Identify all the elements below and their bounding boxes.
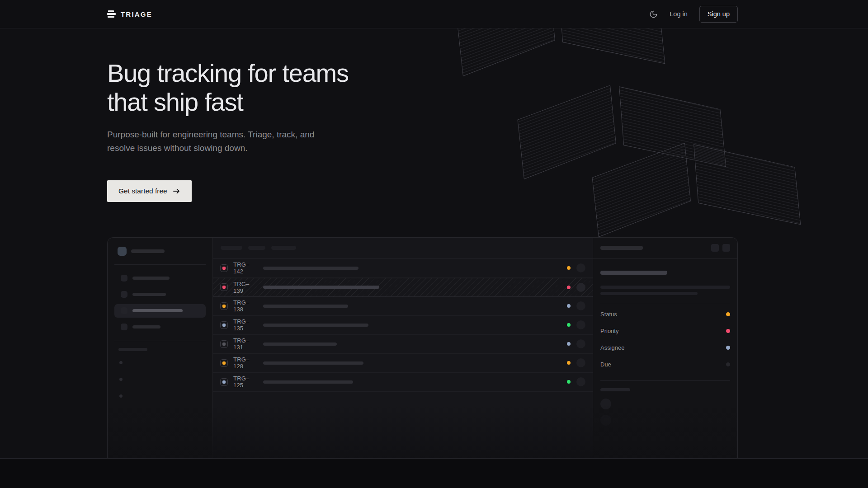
comment-avatar: [600, 399, 611, 409]
signup-button[interactable]: Sign up: [699, 6, 738, 23]
issue-id: TRG–142: [233, 261, 258, 275]
mockup-sidebar: [108, 238, 213, 458]
panel-title-skeleton: [600, 246, 643, 250]
workspace-name-skeleton: [131, 249, 165, 253]
status-dot: [567, 380, 571, 384]
issue-type-icon: [220, 321, 228, 329]
issue-title-skeleton: [263, 324, 368, 327]
issue-type-icon: [220, 378, 228, 386]
status-dot: [567, 323, 571, 327]
theme-toggle-button[interactable]: [649, 10, 658, 19]
assignee-avatar: [576, 377, 585, 386]
divider: [600, 303, 730, 303]
mockup-detail-panel: Status Priority Assignee Due: [593, 238, 737, 458]
triage-logo-icon: [107, 10, 116, 18]
sidebar-section-label-skeleton: [118, 348, 147, 351]
assignee-avatar: [576, 283, 585, 292]
status-dot: [567, 342, 571, 346]
hero-section: Bug tracking for teamsthat ship fast Pur…: [0, 28, 868, 458]
arrow-right-icon: [173, 188, 180, 195]
sidebar-item-active[interactable]: [114, 304, 206, 318]
issue-row[interactable]: TRG–128: [213, 354, 593, 373]
page-footer: [0, 458, 868, 488]
issue-title-skeleton: [263, 343, 337, 346]
detail-panel-header: [593, 238, 737, 259]
issue-row[interactable]: TRG–142: [213, 259, 593, 278]
issue-row[interactable]: TRG–135: [213, 316, 593, 335]
issue-title-skeleton: [263, 361, 363, 365]
issue-id: TRG–135: [233, 318, 258, 332]
issue-id: TRG–131: [233, 337, 258, 351]
description-skeleton: [600, 286, 730, 289]
workspace-switcher[interactable]: [114, 245, 206, 258]
comment-avatar: [600, 415, 611, 426]
detail-field-assignee[interactable]: Assignee: [600, 339, 730, 356]
status-dot: [567, 266, 571, 270]
issue-list-header: [213, 238, 593, 259]
issue-type-icon: [220, 302, 228, 310]
activity-label-skeleton: [600, 388, 630, 391]
hero-subtitle: Purpose-built for engineering teams. Tri…: [107, 128, 738, 155]
detail-field-status[interactable]: Status: [600, 306, 730, 323]
app-mockup: TRG–142 TRG–139 TRG–138: [107, 237, 738, 458]
panel-action-button[interactable]: [722, 244, 730, 252]
sidebar-dot: [119, 361, 123, 364]
assignee-avatar: [576, 301, 585, 310]
issue-type-icon: [220, 283, 228, 291]
assignee-avatar: [576, 320, 585, 329]
issue-row[interactable]: TRG–131: [213, 335, 593, 354]
issue-title-skeleton: [263, 305, 348, 308]
sidebar-item-icon: [121, 307, 127, 314]
divider: [114, 264, 206, 265]
sidebar-dot: [119, 378, 123, 381]
status-dot: [726, 312, 730, 316]
sidebar-item-icon: [121, 275, 127, 282]
priority-dot: [726, 329, 730, 333]
divider: [114, 341, 206, 341]
filter-pill[interactable]: [221, 246, 242, 250]
login-link[interactable]: Log in: [670, 10, 688, 18]
moon-icon: [649, 10, 658, 19]
issue-title-skeleton: [263, 286, 379, 289]
issue-row[interactable]: TRG–125: [213, 373, 593, 392]
issue-title-skeleton: [263, 380, 353, 384]
issue-row[interactable]: TRG–138: [213, 297, 593, 316]
assignee-avatar: [576, 339, 585, 348]
panel-action-button[interactable]: [711, 244, 719, 252]
sidebar-item[interactable]: [114, 320, 206, 334]
assignee-avatar: [576, 263, 585, 272]
workspace-icon: [118, 247, 127, 256]
mockup-issue-list: TRG–142 TRG–139 TRG–138: [213, 238, 593, 458]
due-dot: [726, 362, 730, 366]
filter-pill[interactable]: [271, 246, 296, 250]
issue-title-skeleton: [263, 267, 359, 270]
sidebar-dot: [119, 394, 123, 398]
detail-field-due[interactable]: Due: [600, 356, 730, 373]
description-skeleton: [600, 292, 698, 295]
issue-type-icon: [220, 340, 228, 348]
hero-title: Bug tracking for teamsthat ship fast: [107, 59, 738, 117]
get-started-button[interactable]: Get started free: [107, 180, 192, 202]
sidebar-item[interactable]: [114, 288, 206, 301]
issue-type-icon: [220, 359, 228, 367]
sidebar-item[interactable]: [114, 272, 206, 285]
filter-pill[interactable]: [248, 246, 265, 250]
issue-type-icon: [220, 264, 228, 272]
status-dot: [567, 286, 571, 289]
status-dot: [567, 304, 571, 308]
sidebar-item-icon: [121, 324, 127, 330]
assignee-avatar: [576, 358, 585, 367]
detail-field-priority[interactable]: Priority: [600, 323, 730, 339]
top-nav: TRIAGE Log in Sign up: [0, 0, 868, 28]
issue-id: TRG–139: [233, 281, 258, 294]
brand-name: TRIAGE: [121, 10, 152, 18]
assignee-dot: [726, 346, 730, 350]
divider: [600, 380, 730, 381]
issue-row-selected[interactable]: TRG–139: [213, 278, 593, 297]
sidebar-item-icon: [121, 291, 127, 298]
brand[interactable]: TRIAGE: [107, 10, 152, 18]
issue-title-skeleton: [600, 271, 667, 275]
status-dot: [567, 361, 571, 365]
issue-id: TRG–128: [233, 356, 258, 370]
issue-id: TRG–125: [233, 375, 258, 389]
